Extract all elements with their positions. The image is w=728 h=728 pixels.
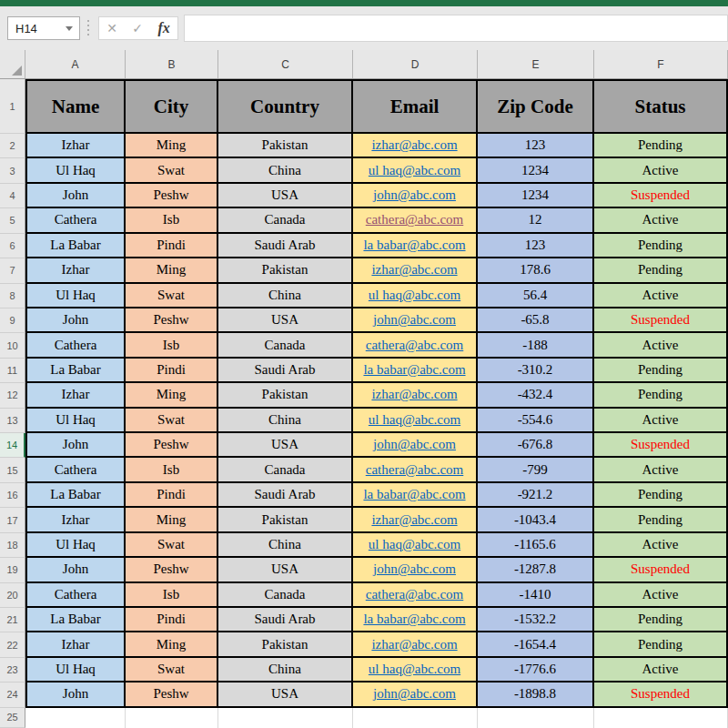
cell-a25[interactable] [25,708,126,728]
email-link[interactable]: izhar@abc.com [371,512,457,528]
row-header-12[interactable]: 12 [0,383,25,408]
confirm-icon[interactable]: ✓ [132,22,143,35]
email-link[interactable]: john@abc.com [373,187,456,203]
cell-b18[interactable]: Swat [126,533,218,558]
email-link[interactable]: cathera@abc.com [366,587,464,602]
cell-f14[interactable]: Suspended [594,433,728,458]
cell-e5[interactable]: 12 [478,208,594,233]
cell-b9[interactable]: Peshw [126,308,218,333]
cell-b19[interactable]: Peshw [126,558,218,582]
cell-f23[interactable]: Active [594,658,728,682]
cell-c3[interactable]: China [218,158,353,183]
cell-e19[interactable]: -1287.8 [478,558,594,582]
cancel-icon[interactable]: ✕ [106,22,117,35]
column-header-f[interactable]: F [594,50,728,78]
email-link[interactable]: izhar@abc.com [371,137,457,153]
row-header-3[interactable]: 3 [0,158,25,183]
cell-b13[interactable]: Swat [126,409,218,433]
cell-b14[interactable]: Peshw [126,433,218,458]
row-header-2[interactable]: 2 [0,134,25,158]
cell-d23[interactable]: ul haq@abc.com [353,658,478,682]
cell-a23[interactable]: Ul Haq [25,658,126,682]
cell-d15[interactable]: cathera@abc.com [353,458,478,482]
cell-b25[interactable] [126,708,218,728]
row-header-9[interactable]: 9 [0,308,25,333]
cell-a20[interactable]: Cathera [25,583,126,608]
row-header-18[interactable]: 18 [0,533,25,558]
email-link[interactable]: izhar@abc.com [371,262,457,278]
cell-a24[interactable]: John [25,682,126,707]
email-link[interactable]: ul haq@abc.com [369,537,460,552]
cell-b11[interactable]: Pindi [126,359,218,383]
email-link[interactable]: la babar@abc.com [363,612,465,627]
cell-e21[interactable]: -1532.2 [478,608,594,632]
cell-b24[interactable]: Peshw [126,682,218,707]
cell-d8[interactable]: ul haq@abc.com [353,284,478,308]
cell-e13[interactable]: -554.6 [478,409,594,433]
email-link[interactable]: izhar@abc.com [371,637,457,652]
row-header-17[interactable]: 17 [0,508,25,532]
select-all-corner[interactable] [0,50,25,78]
cell-c18[interactable]: China [218,533,353,558]
cell-e24[interactable]: -1898.8 [478,682,594,707]
email-link[interactable]: ul haq@abc.com [369,412,460,428]
cell-d11[interactable]: la babar@abc.com [353,359,478,383]
cell-e17[interactable]: -1043.4 [478,508,594,532]
cell-b23[interactable]: Swat [126,658,218,682]
cell-e20[interactable]: -1410 [478,583,594,608]
cell-f25[interactable] [594,708,728,728]
cell-b15[interactable]: Isb [126,458,218,482]
cell-a11[interactable]: La Babar [25,359,126,383]
cell-f18[interactable]: Active [594,533,728,558]
cell-a19[interactable]: John [25,558,126,582]
cell-c19[interactable]: USA [218,558,353,582]
cell-b10[interactable]: Isb [126,333,218,358]
row-header-15[interactable]: 15 [0,458,25,482]
row-header-20[interactable]: 20 [0,583,25,608]
cell-f12[interactable]: Pending [594,383,728,408]
email-link[interactable]: cathera@abc.com [366,462,464,478]
cell-c21[interactable]: Saudi Arab [218,608,353,632]
cell-b8[interactable]: Swat [126,284,218,308]
row-header-25[interactable]: 25 [0,708,25,728]
row-header-7[interactable]: 7 [0,258,25,283]
cell-a8[interactable]: Ul Haq [25,284,126,308]
cell-b12[interactable]: Ming [126,383,218,408]
cell-e4[interactable]: 1234 [478,184,594,208]
insert-function-icon[interactable]: fx [157,21,169,35]
cell-a12[interactable]: Izhar [25,383,126,408]
cell-c8[interactable]: China [218,284,353,308]
cell-f6[interactable]: Pending [594,234,728,258]
cell-c6[interactable]: Saudi Arab [218,234,353,258]
row-header-11[interactable]: 11 [0,359,25,383]
cell-c17[interactable]: Pakistan [218,508,353,532]
cell-b21[interactable]: Pindi [126,608,218,632]
email-link[interactable]: la babar@abc.com [363,487,465,502]
header-cell-status[interactable]: Status [594,79,728,134]
cell-f10[interactable]: Active [594,333,728,358]
cell-d13[interactable]: ul haq@abc.com [353,409,478,433]
cell-f22[interactable]: Pending [594,632,728,657]
email-link[interactable]: la babar@abc.com [363,238,465,253]
cell-d17[interactable]: izhar@abc.com [353,508,478,532]
cell-a7[interactable]: Izhar [25,258,126,283]
cell-e18[interactable]: -1165.6 [478,533,594,558]
cell-b16[interactable]: Pindi [126,483,218,508]
cell-d12[interactable]: izhar@abc.com [353,383,478,408]
email-link[interactable]: john@abc.com [373,312,456,328]
formula-input[interactable] [184,15,728,42]
cell-d16[interactable]: la babar@abc.com [353,483,478,508]
cell-a2[interactable]: Izhar [25,134,126,158]
row-header-22[interactable]: 22 [0,632,25,657]
cell-b20[interactable]: Isb [126,583,218,608]
cell-a18[interactable]: Ul Haq [25,533,126,558]
email-link[interactable]: ul haq@abc.com [369,662,460,677]
cell-b5[interactable]: Isb [126,208,218,233]
cell-a4[interactable]: John [25,184,126,208]
cell-e16[interactable]: -921.2 [478,483,594,508]
row-header-14[interactable]: 14 [0,433,25,458]
cell-d2[interactable]: izhar@abc.com [353,134,478,158]
cell-c2[interactable]: Pakistan [218,134,353,158]
header-cell-email[interactable]: Email [353,79,478,134]
cell-e2[interactable]: 123 [478,134,594,158]
